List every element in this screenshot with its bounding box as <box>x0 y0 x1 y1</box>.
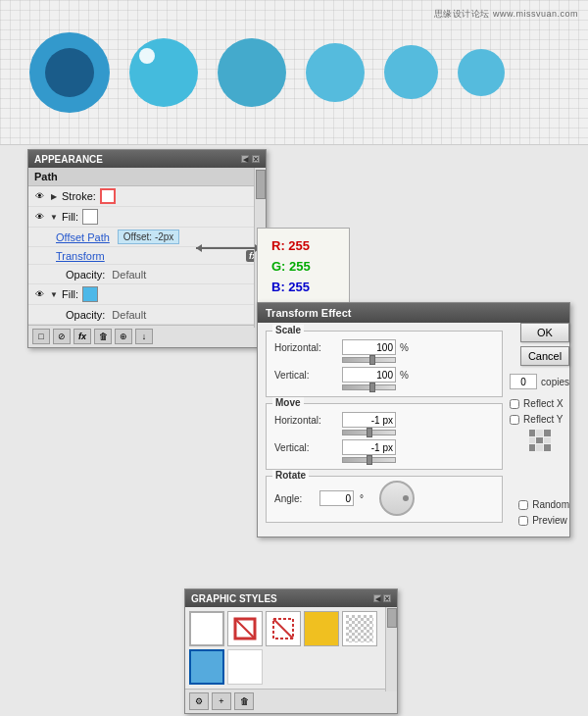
offset-path-row[interactable]: Offset Path Offset: -2px <box>28 228 266 247</box>
scroll-thumb[interactable] <box>256 170 266 199</box>
move-h-label: Horizontal: <box>274 415 338 426</box>
angle-label: Angle: <box>274 493 314 504</box>
circle-1 <box>29 32 110 113</box>
transform-titlebar: Transform Effect <box>258 303 569 323</box>
scale-h-input[interactable] <box>342 339 396 355</box>
move-section: Move Horizontal: Vertical: <box>266 403 503 470</box>
degree-symbol: ° <box>360 493 364 504</box>
path-label: Path <box>34 171 58 182</box>
move-h-input[interactable] <box>342 412 396 428</box>
scale-v-slider[interactable] <box>342 384 396 390</box>
move-h-slider[interactable] <box>342 430 396 435</box>
stroke-row[interactable]: 👁 ▶ Stroke: <box>28 186 266 207</box>
gs-item-stroke-red2[interactable] <box>266 611 301 646</box>
appearance-path-header: Path <box>28 168 266 186</box>
svg-rect-6 <box>346 615 373 642</box>
gs-item-fill-yellow[interactable] <box>304 611 339 646</box>
gs-item-fill-texture[interactable] <box>342 611 377 646</box>
move-h-slider-row <box>274 430 494 435</box>
clear-btn[interactable]: ⊘ <box>53 329 71 344</box>
transform-effect-panel: Transform Effect OK Cancel Scale Horizon… <box>257 302 570 537</box>
random-checkbox[interactable] <box>518 500 528 510</box>
opacity-row-1: Opacity: Default <box>28 265 266 284</box>
gs-new-style-btn[interactable]: ⚙ <box>189 692 209 710</box>
canvas-area <box>0 0 588 145</box>
circle-6 <box>458 49 505 96</box>
scale-v-row: Vertical: % <box>274 367 494 383</box>
move-v-input[interactable] <box>342 439 396 455</box>
fill-color-swatch-white[interactable] <box>82 209 98 225</box>
angle-row: Angle: ° <box>274 481 494 516</box>
appearance-title: APPEARANCE <box>34 154 103 165</box>
move-down-btn[interactable]: ↓ <box>135 329 153 344</box>
move-v-slider[interactable] <box>342 457 396 463</box>
gs-item-stroke-red[interactable] <box>227 611 263 646</box>
transform-content: OK Cancel Scale Horizontal: % Vertical: … <box>258 323 569 537</box>
copies-input[interactable] <box>510 374 537 389</box>
transform-row[interactable]: Transform fx <box>28 247 266 265</box>
move-label: Move <box>272 397 304 408</box>
reflect-y-checkbox[interactable] <box>510 415 519 425</box>
gs-item-blank[interactable] <box>189 611 224 646</box>
rotate-section: Rotate Angle: ° <box>266 476 503 523</box>
arrow-stroke[interactable]: ▶ <box>50 192 58 200</box>
scale-v-input[interactable] <box>342 367 396 383</box>
dup-btn[interactable]: ⊕ <box>115 329 132 344</box>
angle-input[interactable] <box>319 490 354 506</box>
eye-icon-fill[interactable]: 👁 <box>32 210 46 224</box>
opacity-value-1[interactable]: Default <box>112 269 146 281</box>
gs-content <box>185 607 397 689</box>
gs-scrollbar[interactable] <box>385 607 397 691</box>
copies-label: copies <box>541 377 569 387</box>
angle-wheel-indicator <box>403 495 409 501</box>
color-b: B: 255 <box>271 278 335 298</box>
appearance-footer: □ ⊘ fx 🗑 ⊕ ↓ <box>28 325 266 347</box>
fill-label-2: Fill: <box>62 288 78 300</box>
scale-h-unit: % <box>400 342 412 353</box>
panel-close[interactable]: ✕ <box>252 155 260 163</box>
fill-color-swatch-blue[interactable] <box>82 286 98 302</box>
gs-del-btn[interactable]: 🗑 <box>234 692 254 710</box>
watermark: 思缘设计论坛 www.missvuan.com <box>434 8 578 21</box>
color-r: R: 255 <box>271 236 335 257</box>
reflect-x-label: Reflect X <box>523 398 564 409</box>
scale-v-unit: % <box>400 370 412 381</box>
gs-add-btn[interactable]: + <box>212 692 231 710</box>
arrow-fill2[interactable]: ▼ <box>50 290 58 298</box>
fill-row-2[interactable]: 👁 ▼ Fill: <box>28 284 266 305</box>
ok-button[interactable]: OK <box>520 323 569 342</box>
del-btn[interactable]: 🗑 <box>94 329 112 344</box>
scale-v-slider-row <box>274 384 494 390</box>
gs-panel-minimize[interactable]: ◀ <box>373 594 381 602</box>
transform-link[interactable]: Transform <box>56 250 105 262</box>
angle-wheel[interactable] <box>379 481 415 516</box>
new-item-btn[interactable]: □ <box>32 329 50 344</box>
opacity-label-1: Opacity: <box>66 269 105 281</box>
reflect-y-row: Reflect Y <box>510 414 569 425</box>
preview-checkbox[interactable] <box>518 516 528 526</box>
move-v-slider-row <box>274 457 494 463</box>
gs-item-fill-white[interactable] <box>227 649 263 685</box>
preview-label: Preview <box>532 515 567 526</box>
cancel-button[interactable]: Cancel <box>520 346 569 366</box>
offset-path-link[interactable]: Offset Path <box>56 231 110 243</box>
reflect-x-checkbox[interactable] <box>510 399 519 409</box>
scale-h-slider[interactable] <box>342 357 396 363</box>
arrow-fill[interactable]: ▼ <box>50 213 58 221</box>
gs-item-fill-blue[interactable] <box>189 649 224 685</box>
opacity-value-2[interactable]: Default <box>112 309 146 321</box>
color-display: R: 255 G: 255 B: 255 <box>257 228 350 306</box>
reflect-y-label: Reflect Y <box>523 414 563 425</box>
panel-minimize[interactable]: ◀ <box>241 155 249 163</box>
stroke-color-swatch[interactable] <box>100 188 116 204</box>
stroke-label: Stroke: <box>62 190 96 202</box>
gs-scroll-thumb[interactable] <box>387 608 397 628</box>
gs-panel-close[interactable]: ✕ <box>383 594 391 602</box>
eye-icon-stroke[interactable]: 👁 <box>32 189 46 203</box>
scale-label: Scale <box>272 325 304 335</box>
reflect-x-row: Reflect X <box>510 398 569 409</box>
fx-btn[interactable]: fx <box>74 329 91 344</box>
eye-icon-fill2[interactable]: 👁 <box>32 287 46 301</box>
fill-row[interactable]: 👁 ▼ Fill: <box>28 207 266 228</box>
preview-row: Preview <box>518 515 569 526</box>
